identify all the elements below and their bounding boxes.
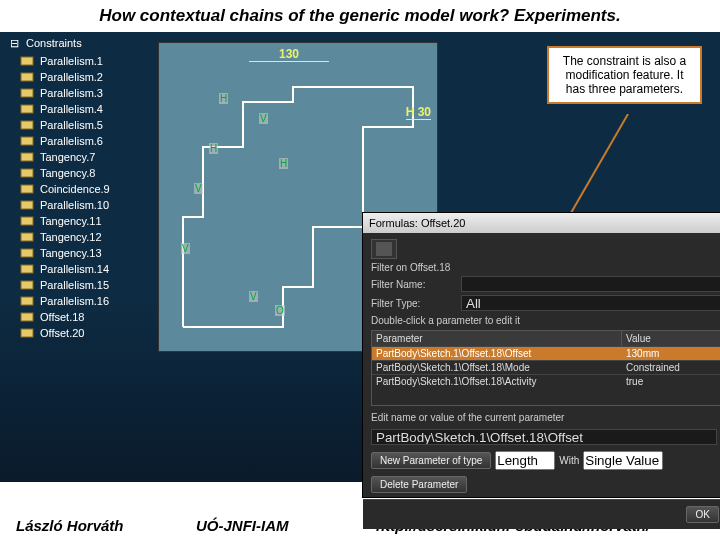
tree-item[interactable]: Offset.20 [20,325,148,341]
tree-item[interactable]: Tangency.11 [20,213,148,229]
parameter-grid[interactable]: Parameter Value Formula PartBody\Sketch.… [371,330,720,406]
constraint-v-icon: V [194,183,203,194]
collapse-icon[interactable]: ⊟ [6,36,22,50]
tree-item[interactable]: Tangency.7 [20,149,148,165]
constraint-h-icon: H [209,143,218,154]
tree-item-label: Parallelism.1 [40,55,103,67]
constraint-icon [20,230,36,244]
tree-item[interactable]: Parallelism.4 [20,101,148,117]
svg-rect-3 [21,105,33,113]
table-row[interactable]: PartBody\Sketch.1\Offset.18\Activitytrue [372,374,720,388]
constraint-icon [20,54,36,68]
table-row[interactable]: PartBody\Sketch.1\Offset.18\ModeConstrai… [372,360,720,374]
param-type-select[interactable] [495,451,555,470]
tree-item[interactable]: Parallelism.6 [20,133,148,149]
dimension-top[interactable]: 130 [249,47,329,62]
tree-item-label: Tangency.11 [40,215,102,227]
col-parameter[interactable]: Parameter [372,331,622,346]
tree-item-label: Parallelism.16 [40,295,109,307]
tree-item[interactable]: Tangency.12 [20,229,148,245]
constraint-icon [20,70,36,84]
constraint-v-icon: V [259,113,268,124]
svg-rect-13 [21,265,33,273]
filter-type-select[interactable] [461,295,720,311]
tree-item-label: Tangency.12 [40,231,102,243]
tree-item[interactable]: Parallelism.14 [20,261,148,277]
filter-on-label: Filter on Offset.18 [371,262,455,273]
constraint-icon [20,86,36,100]
filter-name-input[interactable] [461,276,720,292]
tree-item[interactable]: Parallelism.1 [20,53,148,69]
tree-item[interactable]: Parallelism.15 [20,277,148,293]
constraint-icon [20,294,36,308]
with-value-select[interactable] [583,451,663,470]
with-label: With [559,455,579,466]
constraints-tree[interactable]: ⊟ Constraints Parallelism.1Parallelism.2… [0,32,148,482]
constraint-icon [20,310,36,324]
tree-item-label: Parallelism.3 [40,87,103,99]
tree-item[interactable]: Offset.18 [20,309,148,325]
tree-item-label: Offset.20 [40,327,84,339]
svg-rect-14 [21,281,33,289]
tree-item[interactable]: Tangency.8 [20,165,148,181]
filter-type-label: Filter Type: [371,298,455,309]
dialog-title-text: Formulas: Offset.20 [369,217,465,229]
tree-item-label: Tangency.13 [40,247,102,259]
delete-parameter-button[interactable]: Delete Parameter [371,476,467,493]
table-row[interactable]: PartBody\Sketch.1\Offset.18\Offset130mm [372,346,720,360]
svg-rect-16 [21,313,33,321]
tree-item[interactable]: Parallelism.3 [20,85,148,101]
constraint-icon [20,118,36,132]
param-name-input[interactable] [371,429,717,445]
svg-rect-11 [21,233,33,241]
tree-item[interactable]: Tangency.13 [20,245,148,261]
main-area: ⊟ Constraints Parallelism.1Parallelism.2… [0,32,720,482]
tree-item-label: Offset.18 [40,311,84,323]
col-value[interactable]: Value [622,331,720,346]
tree-item-label: Parallelism.2 [40,71,103,83]
new-parameter-button[interactable]: New Parameter of type [371,452,491,469]
constraint-h-icon: H [279,158,288,169]
svg-rect-17 [21,329,33,337]
tree-item[interactable]: Parallelism.2 [20,69,148,85]
tree-item-label: Parallelism.15 [40,279,109,291]
svg-rect-12 [21,249,33,257]
edit-caption: Edit name or value of the current parame… [371,412,720,423]
tree-item-label: Parallelism.6 [40,135,103,147]
tree-item[interactable]: Parallelism.5 [20,117,148,133]
constraint-v-icon: V [249,291,258,302]
filter-name-label: Filter Name: [371,279,455,290]
dialog-toolbar[interactable] [371,239,397,259]
grid-caption: Double-click a parameter to edit it [371,315,720,326]
tool-icon[interactable] [376,242,392,256]
dialog-titlebar[interactable]: Formulas: Offset.20 ? x [363,213,720,233]
svg-rect-8 [21,185,33,193]
dimension-right[interactable]: H 30 [406,105,431,120]
svg-rect-1 [21,73,33,81]
tree-item-label: Tangency.8 [40,167,95,179]
constraint-icon [20,326,36,340]
tree-item[interactable]: Parallelism.10 [20,197,148,213]
annotation-callout: The constraint is also a modification fe… [547,46,702,104]
ok-button[interactable]: OK [686,506,718,523]
constraint-icon [20,198,36,212]
constraint-h-icon: H [219,93,228,104]
svg-rect-7 [21,169,33,177]
svg-rect-6 [21,153,33,161]
constraint-icon [20,214,36,228]
tree-item[interactable]: Parallelism.16 [20,293,148,309]
constraint-icon [20,102,36,116]
constraint-icon [20,278,36,292]
tree-item-label: Tangency.7 [40,151,95,163]
constraint-v-icon: V [181,243,190,254]
constraint-icon [20,134,36,148]
tree-root[interactable]: ⊟ Constraints [6,36,148,50]
tree-item-label: Coincidence.9 [40,183,110,195]
constraint-icon [20,182,36,196]
tree-item[interactable]: Coincidence.9 [20,181,148,197]
svg-rect-0 [21,57,33,65]
constraint-icon [20,166,36,180]
svg-rect-2 [21,89,33,97]
tree-item-label: Parallelism.5 [40,119,103,131]
tree-item-label: Parallelism.10 [40,199,109,211]
